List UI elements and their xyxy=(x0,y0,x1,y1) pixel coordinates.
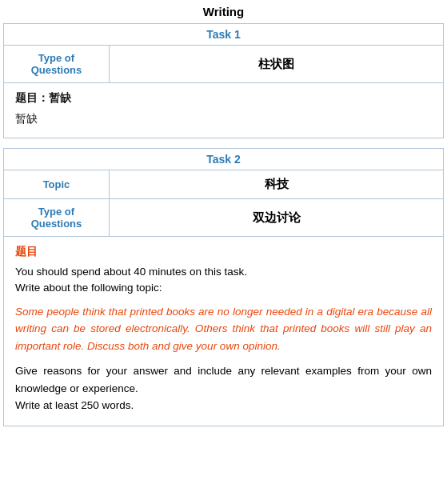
task2-question-label: 题目 xyxy=(15,245,432,259)
task2-content: 题目 You should spend about 40 minutes on … xyxy=(4,237,443,426)
task1-header: Task 1 xyxy=(4,24,443,46)
task2-instruction: You should spend about 40 minutes on thi… xyxy=(15,264,432,297)
task2-header: Task 2 xyxy=(4,149,443,170)
task2-footer: Give reasons for your answer and include… xyxy=(15,362,432,414)
task2-topic-row: Topic 科技 xyxy=(4,170,443,199)
task2-topic-label: Topic xyxy=(4,170,110,198)
task1-section: Task 1 Type of Questions 柱状图 题目：暂缺 暂缺 xyxy=(3,23,444,138)
task2-type-label: Type of Questions xyxy=(4,199,110,236)
task1-type-row: Type of Questions 柱状图 xyxy=(4,46,443,83)
task1-subject-missing: 暂缺 xyxy=(15,112,432,126)
task2-type-value: 双边讨论 xyxy=(110,199,443,236)
task1-content-area: 题目：暂缺 暂缺 xyxy=(4,83,443,138)
task2-italic-text: Some people think that printed books are… xyxy=(15,303,432,355)
task1-type-value: 柱状图 xyxy=(110,46,443,82)
task2-topic-value: 科技 xyxy=(110,170,443,198)
task1-subject-title: 题目：暂缺 xyxy=(15,91,432,106)
task2-type-row: Type of Questions 双边讨论 xyxy=(4,199,443,237)
page-title: Writing xyxy=(0,0,447,23)
task2-section: Task 2 Topic 科技 Type of Questions 双边讨论 题… xyxy=(3,148,444,426)
task1-type-label: Type of Questions xyxy=(4,46,110,82)
